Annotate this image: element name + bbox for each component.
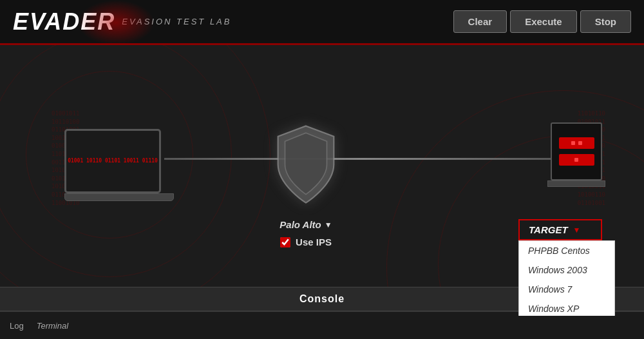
firewall-controls: Palo Alto ▼ Use IPS	[251, 219, 361, 247]
tab-log[interactable]: Log	[10, 321, 24, 331]
server-light-1	[571, 141, 575, 145]
logo: EVADER	[13, 8, 115, 35]
tab-terminal[interactable]: Terminal	[37, 321, 68, 331]
target-button[interactable]: TARGET ▼	[518, 219, 602, 240]
target-label: TARGET	[529, 224, 568, 235]
target-dropdown-container: TARGET ▼ PHPBB Centos Windows 2003 Windo…	[518, 219, 615, 316]
use-ips-control: Use IPS	[251, 237, 361, 247]
attacker-machine: 01001 10110 01101 10011 01110	[64, 129, 167, 201]
server-light-2	[578, 141, 582, 145]
target-option-2[interactable]: Windows 2003	[519, 260, 614, 280]
connection-line	[164, 158, 560, 160]
subtitle: EVASION TEST LAB	[122, 17, 231, 26]
target-server	[547, 122, 605, 187]
server-base	[547, 180, 605, 187]
header-buttons: Clear Execute Stop	[453, 10, 631, 33]
header: EVADER EVASION TEST LAB Clear Execute St…	[0, 0, 644, 45]
firewall-dropdown[interactable]: Palo Alto ▼	[251, 219, 361, 230]
target-menu: PHPBB Centos Windows 2003 Windows 7 Wind…	[518, 240, 615, 316]
server-slot-1	[559, 137, 594, 149]
laptop-base	[64, 193, 174, 201]
main-area: 01001011 10110100 01101001 10011010 0100…	[0, 45, 644, 316]
target-option-4[interactable]: Windows XP	[519, 299, 614, 316]
use-ips-checkbox[interactable]	[280, 237, 290, 247]
shield-icon	[270, 122, 341, 209]
clear-button[interactable]: Clear	[453, 10, 507, 33]
target-option-1[interactable]: PHPBB Centos	[519, 241, 614, 260]
stop-button[interactable]: Stop	[580, 10, 631, 33]
firewall-name: Palo Alto	[279, 219, 321, 230]
server-icon	[551, 122, 602, 180]
console-label: Console	[299, 293, 345, 305]
target-dropdown-arrow: ▼	[573, 226, 581, 235]
server-light-3	[574, 158, 578, 162]
target-option-3[interactable]: Windows 7	[519, 280, 614, 299]
use-ips-label: Use IPS	[296, 237, 332, 247]
server-slot-2	[559, 154, 594, 166]
laptop-screen: 01001 10110 01101 10011 01110	[64, 129, 161, 193]
firewall-dropdown-arrow: ▼	[325, 220, 332, 229]
laptop-content: 01001 10110 01101 10011 01110	[68, 158, 158, 164]
execute-button[interactable]: Execute	[510, 10, 577, 33]
